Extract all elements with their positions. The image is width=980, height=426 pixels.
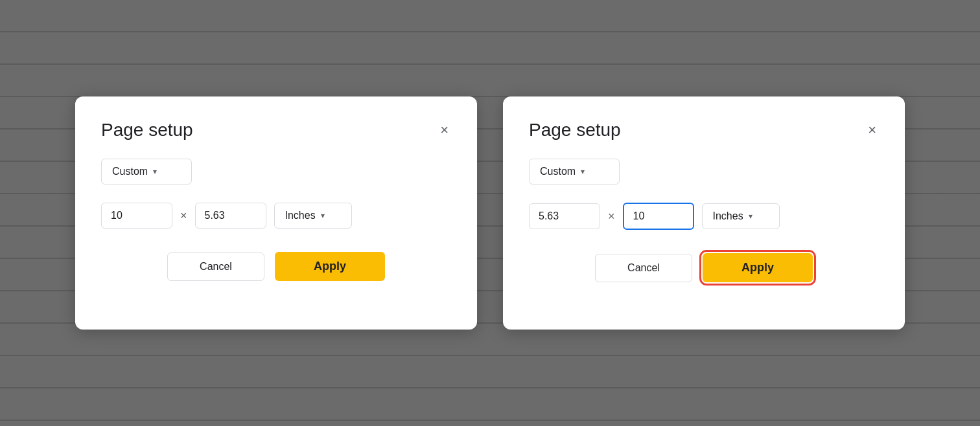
chevron-down-icon-unit-2: ▾ [749, 212, 752, 221]
chevron-down-icon-unit-1: ▾ [321, 211, 325, 220]
apply-button-1[interactable]: Apply [275, 252, 385, 281]
size-dropdown-1[interactable]: Custom ▾ [101, 159, 192, 185]
unit-dropdown-label-2: Inches [713, 210, 743, 222]
unit-dropdown-1[interactable]: Inches ▾ [274, 203, 352, 229]
cancel-button-1[interactable]: Cancel [167, 252, 264, 281]
height-input-2[interactable] [623, 203, 694, 230]
close-button-1[interactable]: × [438, 120, 451, 140]
close-button-2[interactable]: × [865, 120, 879, 140]
size-dropdown-label-2: Custom [540, 166, 576, 177]
size-dropdown-2[interactable]: Custom ▾ [529, 159, 620, 185]
page-setup-dialog-2: Page setup × Custom ▾ × Inches ▾ Cancel … [503, 96, 905, 330]
apply-button-2[interactable]: Apply [703, 253, 813, 282]
dialog-title-2: Page setup [529, 120, 621, 140]
multiply-sign-2: × [608, 210, 615, 223]
unit-dropdown-label-1: Inches [285, 210, 316, 221]
dimensions-row-1: × Inches ▾ [101, 203, 451, 229]
width-input-2[interactable] [529, 203, 600, 229]
dialog-header-1: Page setup × [101, 120, 451, 140]
cancel-button-2[interactable]: Cancel [595, 254, 692, 282]
page-setup-dialog-1: Page setup × Custom ▾ × Inches ▾ Cancel … [75, 96, 477, 330]
dimensions-row-2: × Inches ▾ [529, 203, 879, 230]
buttons-row-1: Cancel Apply [101, 252, 451, 281]
multiply-sign-1: × [180, 209, 187, 223]
size-section-1: Custom ▾ [101, 159, 451, 185]
unit-dropdown-2[interactable]: Inches ▾ [702, 203, 780, 229]
size-dropdown-label-1: Custom [112, 166, 148, 177]
width-input-1[interactable] [101, 203, 172, 229]
chevron-down-icon-2: ▾ [581, 167, 585, 176]
height-input-1[interactable] [195, 203, 266, 229]
dialog-header-2: Page setup × [529, 120, 879, 140]
size-section-2: Custom ▾ [529, 159, 879, 185]
chevron-down-icon-1: ▾ [153, 167, 157, 176]
dialog-title-1: Page setup [101, 120, 193, 140]
buttons-row-2: Cancel Apply [529, 253, 879, 282]
